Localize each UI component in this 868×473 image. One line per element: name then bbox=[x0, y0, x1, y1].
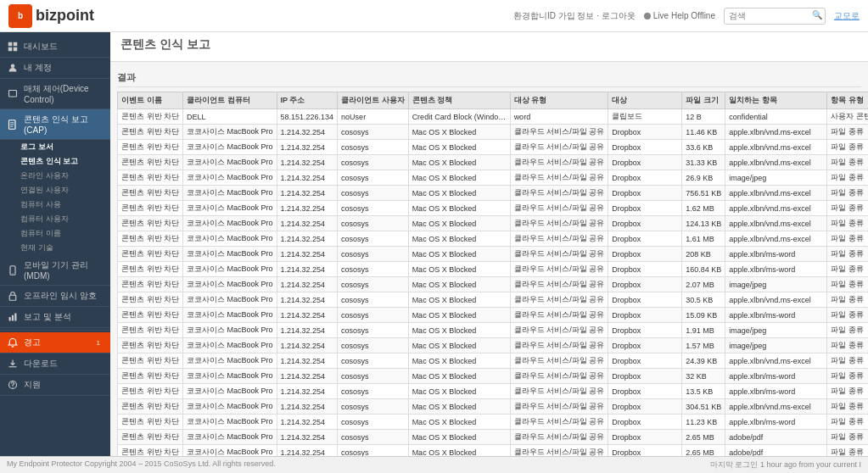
table-header-cell[interactable]: 대상 유형 bbox=[510, 92, 608, 109]
table-cell: cososys bbox=[338, 170, 409, 186]
table-cell: 파일 종류 bbox=[827, 170, 868, 186]
search-icon[interactable]: 🔍 bbox=[812, 10, 822, 19]
table-row[interactable]: 콘텐츠 위반 차단코코사이스 MacBook Pro1.214.32.254co… bbox=[118, 170, 869, 186]
table-cell: Mac OS X Blocked bbox=[408, 308, 510, 323]
sidebar-item-cap[interactable]: 콘텐츠 인식 보고(CAP) bbox=[0, 109, 110, 140]
sidebar-sub-cap-report[interactable]: 콘텐츠 인식 보고 bbox=[0, 154, 110, 169]
table-cell: Mac OS X Blocked bbox=[408, 369, 510, 384]
table-cell: 208 KB bbox=[682, 247, 725, 262]
table-row[interactable]: 콘텐츠 위반 차단DELL58.151.226.134noUserCredit … bbox=[118, 109, 869, 125]
table-row[interactable]: 콘텐츠 위반 차단코코사이스 MacBook Pro1.214.32.254co… bbox=[118, 262, 869, 277]
table-row[interactable]: 콘텐츠 위반 차단코코사이스 MacBook Pro1.214.32.254co… bbox=[118, 353, 869, 369]
table-row[interactable]: 콘텐츠 위반 차단코코사이스 MacBook Pro1.214.32.254co… bbox=[118, 186, 869, 201]
table-cell: 클라우드 서비스/파일 공유 bbox=[510, 231, 608, 247]
table-cell: 1.214.32.254 bbox=[277, 201, 338, 216]
table-cell: adobe/pdf bbox=[725, 445, 827, 457]
table-row[interactable]: 콘텐츠 위반 차단코코사이스 MacBook Pro1.214.32.254co… bbox=[118, 399, 869, 415]
table-cell: Mac OS X Blocked bbox=[408, 353, 510, 369]
table-cell: 파일 종류 bbox=[827, 338, 868, 353]
table-cell: Mac OS X Blocked bbox=[408, 415, 510, 430]
sidebar-sub-connected-users[interactable]: 연결된 사용자 bbox=[0, 183, 110, 198]
table-header-cell[interactable]: 이벤트 이름 bbox=[118, 92, 183, 109]
table-cell: 1.214.32.254 bbox=[277, 369, 338, 384]
table-row[interactable]: 콘텐츠 위반 차단코코사이스 MacBook Pro1.214.32.254co… bbox=[118, 155, 869, 170]
table-cell: cososys bbox=[338, 231, 409, 247]
table-row[interactable]: 콘텐츠 위반 차단코코사이스 MacBook Pro1.214.32.254co… bbox=[118, 384, 869, 399]
table-header-cell[interactable]: 일치하는 항목 bbox=[725, 92, 827, 109]
sidebar-item-support[interactable]: 지원 bbox=[0, 375, 110, 396]
table-row[interactable]: 콘텐츠 위반 차단코코사이스 MacBook Pro1.214.32.254co… bbox=[118, 338, 869, 353]
sidebar-sub-log[interactable]: 로그 보서 bbox=[0, 140, 110, 154]
sidebar-item-device-control[interactable]: 매체 제어(Device Control) bbox=[0, 79, 110, 109]
table-cell: 1.214.32.254 bbox=[277, 430, 338, 445]
table-row[interactable]: 콘텐츠 위반 차단코코사이스 MacBook Pro1.214.32.254co… bbox=[118, 216, 869, 231]
sidebar-sub-computer-names[interactable]: 컴퓨터 이름 bbox=[0, 226, 110, 241]
table-header-cell[interactable]: 클라이언트 컴퓨터 bbox=[183, 92, 277, 109]
table-row[interactable]: 콘텐츠 위반 차단코코사이스 MacBook Pro1.214.32.254co… bbox=[118, 308, 869, 323]
table-cell: 콘텐츠 위반 차단 bbox=[118, 216, 183, 231]
sidebar-item-mdm[interactable]: 모바일 기기 관리(MDM) bbox=[0, 255, 110, 286]
table-row[interactable]: 콘텐츠 위반 차단코코사이스 MacBook Pro1.214.32.254co… bbox=[118, 369, 869, 384]
table-cell: 콘텐츠 위반 차단 bbox=[118, 231, 183, 247]
sidebar-sub-online-users[interactable]: 온라인 사용자 bbox=[0, 169, 110, 183]
table-cell: Dropbox bbox=[608, 155, 682, 170]
search-input[interactable] bbox=[724, 8, 826, 25]
doc-icon bbox=[7, 119, 19, 131]
sidebar-item-account[interactable]: 내 계정 bbox=[0, 58, 110, 79]
table-header-cell[interactable]: 파일 크기 bbox=[682, 92, 725, 109]
table-cell: 콘텐츠 위반 차단 bbox=[118, 140, 183, 155]
table-cell: 클라우드 서비스/파일 공유 bbox=[510, 308, 608, 323]
sidebar-label-dashboard: 대시보드 bbox=[24, 41, 58, 53]
sidebar-item-alert[interactable]: 경고 1 bbox=[0, 332, 110, 353]
close-link[interactable]: 교모로 bbox=[834, 10, 860, 22]
sidebar-item-temp-password[interactable]: 오프라인 임시 암호 bbox=[0, 286, 110, 307]
download-icon bbox=[7, 358, 19, 370]
sidebar-item-reports[interactable]: 보고 및 분석 bbox=[0, 307, 110, 328]
table-cell: 1.214.32.254 bbox=[277, 445, 338, 457]
table-header-cell[interactable]: 항목 유형 bbox=[827, 92, 868, 109]
main-wrap: 대시보드 내 계정 매체 제어(Device Control) 콘텐츠 인식 보… bbox=[0, 32, 868, 456]
table-row[interactable]: 콘텐츠 위반 차단코코사이스 MacBook Pro1.214.32.254co… bbox=[118, 415, 869, 430]
table-cell: image/jpeg bbox=[725, 338, 827, 353]
table-cell: 콘텐츠 위반 차단 bbox=[118, 323, 183, 338]
table-cell: 1.214.32.254 bbox=[277, 338, 338, 353]
table-header-cell[interactable]: 대상 bbox=[608, 92, 682, 109]
table-cell: 코코사이스 MacBook Pro bbox=[183, 415, 277, 430]
bell-icon bbox=[7, 337, 19, 348]
sidebar-item-download[interactable]: 다운로드 bbox=[0, 353, 110, 375]
table-row[interactable]: 콘텐츠 위반 차단코코사이스 MacBook Pro1.214.32.254co… bbox=[118, 201, 869, 216]
table-row[interactable]: 콘텐츠 위반 차단코코사이스 MacBook Pro1.214.32.254co… bbox=[118, 277, 869, 292]
table-row[interactable]: 콘텐츠 위반 차단코코사이스 MacBook Pro1.214.32.254co… bbox=[118, 323, 869, 338]
table-header-cell[interactable]: IP 주소 bbox=[277, 92, 338, 109]
sidebar-sub-current-tech[interactable]: 현재 기술 bbox=[0, 241, 110, 255]
table-header-cell[interactable]: 콘텐츠 정책 bbox=[408, 92, 510, 109]
table-cell: Mac OS X Blocked bbox=[408, 384, 510, 399]
table-cell: cososys bbox=[338, 292, 409, 308]
table-cell: cososys bbox=[338, 140, 409, 155]
table-cell: Mac OS X Blocked bbox=[408, 323, 510, 338]
chart-icon bbox=[7, 311, 19, 323]
sidebar-sub-computer-users[interactable]: 컴퓨터 사용자 bbox=[0, 212, 110, 226]
sidebar-sub-computer-use[interactable]: 컴퓨터 사용 bbox=[0, 198, 110, 212]
table-row[interactable]: 콘텐츠 위반 차단코코사이스 MacBook Pro1.214.32.254co… bbox=[118, 445, 869, 457]
table-cell: 파일 종류 bbox=[827, 247, 868, 262]
table-header-cell[interactable]: 클라이언트 사용자 bbox=[338, 92, 409, 109]
table-cell: 콘텐츠 위반 차단 bbox=[118, 170, 183, 186]
table-cell: 2.65 MB bbox=[682, 430, 725, 445]
table-cell: cososys bbox=[338, 247, 409, 262]
table-row[interactable]: 콘텐츠 위반 차단코코사이스 MacBook Pro1.214.32.254co… bbox=[118, 292, 869, 308]
table-cell: 1.214.32.254 bbox=[277, 216, 338, 231]
topbar-right: 환경합니ID 가입 정보 · 로그아웃 Live Help Offline 🔍 … bbox=[513, 8, 860, 25]
table-cell: 160.84 KB bbox=[682, 262, 725, 277]
table-row[interactable]: 콘텐츠 위반 차단코코사이스 MacBook Pro1.214.32.254co… bbox=[118, 430, 869, 445]
table-row[interactable]: 콘텐츠 위반 차단코코사이스 MacBook Pro1.214.32.254co… bbox=[118, 231, 869, 247]
table-cell: 클라우드 서비스/파일 공유 bbox=[510, 186, 608, 201]
table-cell: apple.xlbn/ms-word bbox=[725, 247, 827, 262]
table-row[interactable]: 콘텐츠 위반 차단코코사이스 MacBook Pro1.214.32.254co… bbox=[118, 140, 869, 155]
sidebar-item-dashboard[interactable]: 대시보드 bbox=[0, 36, 110, 58]
table-row[interactable]: 콘텐츠 위반 차단코코사이스 MacBook Pro1.214.32.254co… bbox=[118, 125, 869, 140]
table-cell: 304.51 KB bbox=[682, 399, 725, 415]
table-cell: 13.5 KB bbox=[682, 384, 725, 399]
table-row[interactable]: 콘텐츠 위반 차단코코사이스 MacBook Pro1.214.32.254co… bbox=[118, 247, 869, 262]
table-wrap[interactable]: 결과 이벤트 이름클라이언트 컴퓨터IP 주소클라이언트 사용자콘텐츠 정책대상… bbox=[110, 62, 868, 456]
